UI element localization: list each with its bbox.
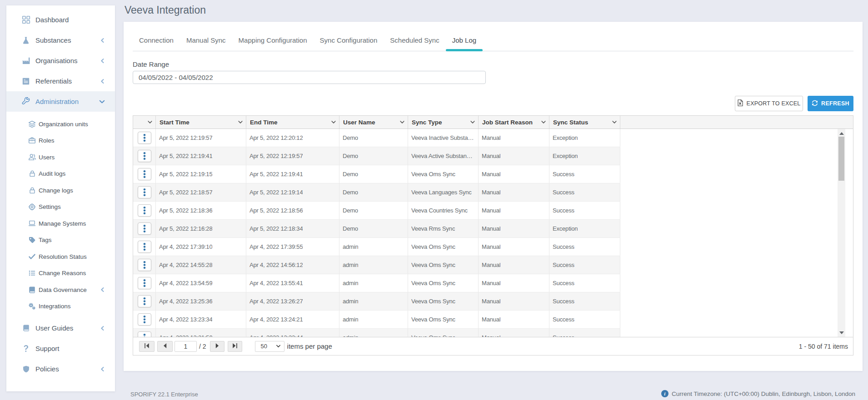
header-cell-user-name[interactable]: User Name [339,116,408,128]
tab-sync-configuration[interactable]: Sync Configuration [314,30,384,51]
row-menu-button[interactable] [138,168,151,180]
row-menu-button[interactable] [138,186,151,198]
cell-text: Veeva Oms Sync [411,280,455,286]
sidebar-subitem-settings[interactable]: Settings [6,199,115,216]
cell-text: Success [553,207,574,214]
last-page-button[interactable] [228,341,242,352]
next-page-button[interactable] [210,341,224,352]
sidebar-subitem-change-reasons[interactable]: Change Reasons [6,265,115,282]
cell-text: Apr 4, 2022 13:54:59 [159,280,212,286]
sidebar-item-user-guides[interactable]: User Guides [6,318,115,338]
cell-text: Exception [553,153,578,159]
sidebar-subitem-manage-systems[interactable]: Manage Systems [6,215,115,232]
cell-text: Apr 4, 2022 17:39:55 [249,243,303,250]
job-log-grid: Start TimeEnd TimeUser NameSync TypeJob … [133,115,853,356]
sidebar-item-label: Support [35,345,105,352]
sidebar-item-organisations[interactable]: Organisations [6,50,115,71]
tab-connection[interactable]: Connection [133,30,180,51]
row-menu-button[interactable] [138,222,151,235]
sidebar-subitem-tags[interactable]: Tags [6,232,115,249]
row-menu-button[interactable] [138,277,151,289]
grid-pager: / 2 50 items per page 1 - 50 of 71 items [133,337,853,355]
row-menu-button[interactable] [138,331,151,337]
cell-user-name: Demo [339,202,408,219]
sidebar-item-substances[interactable]: Substances [6,30,115,50]
previous-page-button[interactable] [157,341,173,352]
scroll-up-arrow[interactable] [838,129,845,137]
tab-mapping-configuration[interactable]: Mapping Configuration [232,30,314,51]
sidebar-subitem-change-logs[interactable]: Change logs [6,182,115,199]
cell-user-name: admin [339,292,408,310]
page-size-select[interactable]: 50 [255,341,284,352]
row-menu-button[interactable] [138,313,151,326]
chevron-down-icon [99,99,105,104]
scrollbar-thumb[interactable] [838,137,844,181]
cell-text: Apr 5, 2022 12:16:28 [159,225,212,232]
cell-text: Manual [482,153,500,159]
refresh-button[interactable]: REFRESH [808,96,853,111]
cell-end-time: Apr 4, 2022 13:55:41 [246,274,339,292]
grid-row: Apr 4, 2022 13:21:50Apr 4, 2022 13:22:44… [133,329,620,337]
refresh-icon [812,100,818,108]
row-menu-button[interactable] [138,259,151,271]
tab-job-log[interactable]: Job Log [446,30,483,51]
vertical-scrollbar[interactable] [838,129,845,337]
row-menu-button[interactable] [138,295,151,307]
tab-scheduled-sync[interactable]: Scheduled Sync [384,30,445,51]
kebab-icon [143,206,146,215]
cell-text: Veeva Oms Sync [411,298,455,305]
cell-commands [133,220,156,237]
sidebar-item-referentials[interactable]: Referentials [6,71,115,91]
cell-end-time: Apr 4, 2022 14:56:12 [246,256,339,274]
cell-text: Apr 5, 2022 12:19:57 [159,134,212,141]
cell-text: Veeva Inactive Substanc... [411,134,475,141]
cell-user-name: Demo [339,220,408,237]
first-page-button[interactable] [139,341,155,352]
header-cell-sync-status[interactable]: Sync Status [549,116,620,128]
header-cell-job-start-reason[interactable]: Job Start Reason [479,116,549,128]
cell-commands [133,202,156,219]
sidebar-item-administration[interactable]: Administration [6,91,115,112]
triangle-down-icon [839,331,844,334]
header-cell-end-time[interactable]: End Time [246,116,339,128]
sidebar-subitem-label: Users [39,154,105,161]
cell-commands [133,329,156,337]
tab-manual-sync[interactable]: Manual Sync [180,30,232,51]
header-cell-sync-type[interactable]: Sync Type [408,116,479,128]
cell-text: Veeva Oms Sync [411,243,455,250]
info-icon: i [661,390,668,397]
export-to-excel-button[interactable]: EXPORT TO EXCEL [735,96,803,111]
date-range-input[interactable]: 04/05/2022 - 04/05/2022 [133,71,486,84]
cell-text: Apr 5, 2022 12:19:14 [249,189,303,196]
previous-icon [162,342,168,351]
cell-sync-status: Exception [549,220,620,237]
cell-job-start-reason: Manual [479,256,549,274]
sidebar-item-support[interactable]: Support [6,338,115,359]
sidebar-subitem-users[interactable]: Users [6,149,115,166]
sidebar-subitem-integrations[interactable]: Integrations [6,298,115,315]
row-menu-button[interactable] [138,204,151,217]
kebab-icon [143,133,146,142]
sidebar-subitem-audit-logs[interactable]: Audit logs [6,166,115,183]
sidebar-subitem-data-governance[interactable]: Data Governance [6,281,115,298]
cell-text: Apr 4, 2022 13:55:41 [249,280,303,286]
cell-text: Manual [482,262,500,268]
sidebar-subitem-organization-units[interactable]: Organization units [6,116,115,133]
sidebar-subitem-resolution-status[interactable]: Resolution Status [6,248,115,265]
sidebar-item-dashboard[interactable]: Dashboard [6,10,115,30]
row-menu-button[interactable] [138,150,151,162]
sidebar-item-label: Administration [35,98,99,105]
row-menu-button[interactable] [138,132,151,144]
scroll-down-arrow[interactable] [838,329,845,336]
kebab-icon [143,170,146,178]
sidebar-item-policies[interactable]: Policies [6,359,115,379]
export-to-excel-label: EXPORT TO EXCEL [747,100,801,107]
sidebar-subitem-roles[interactable]: Roles [6,133,115,149]
select-chevron-icon [276,344,281,349]
cell-start-time: Apr 4, 2022 13:25:36 [156,292,246,310]
page-number-input[interactable] [175,341,197,352]
cell-commands [133,183,156,201]
header-cell-start-time[interactable]: Start Time [156,116,246,128]
row-menu-button[interactable] [138,241,151,253]
grid-row: Apr 5, 2022 12:18:57Apr 5, 2022 12:19:14… [133,183,620,202]
